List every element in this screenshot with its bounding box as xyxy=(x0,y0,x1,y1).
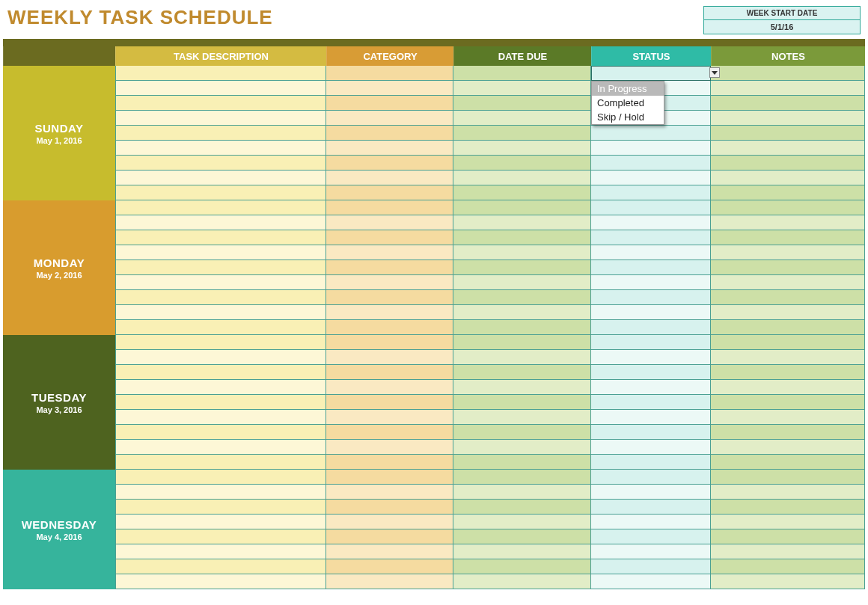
notes-cell[interactable] xyxy=(711,66,865,81)
stat-cell[interactable] xyxy=(591,529,711,544)
notes-cell[interactable] xyxy=(711,350,865,365)
due-cell[interactable] xyxy=(453,81,591,96)
due-cell[interactable] xyxy=(453,200,591,215)
cat-cell[interactable] xyxy=(326,500,453,515)
due-cell[interactable] xyxy=(453,380,591,395)
stat-cell[interactable] xyxy=(591,260,711,275)
stat-cell[interactable] xyxy=(591,230,711,245)
stat-cell[interactable] xyxy=(591,141,711,156)
notes-cell[interactable] xyxy=(711,200,865,215)
notes-cell[interactable] xyxy=(711,185,865,200)
task-cell[interactable] xyxy=(115,574,326,589)
task-cell[interactable] xyxy=(115,410,326,425)
cat-cell[interactable] xyxy=(326,141,453,156)
due-cell[interactable] xyxy=(453,529,591,544)
stat-cell[interactable] xyxy=(591,126,711,141)
cat-cell[interactable] xyxy=(326,574,453,589)
task-cell[interactable] xyxy=(115,335,326,350)
due-cell[interactable] xyxy=(453,455,591,470)
cat-cell[interactable] xyxy=(326,335,453,350)
stat-cell[interactable] xyxy=(591,500,711,515)
due-cell[interactable] xyxy=(453,574,591,589)
notes-cell[interactable] xyxy=(711,529,865,544)
stat-cell[interactable] xyxy=(591,66,711,81)
notes-cell[interactable] xyxy=(711,96,865,111)
due-cell[interactable] xyxy=(453,111,591,126)
notes-cell[interactable] xyxy=(711,230,865,245)
task-cell[interactable] xyxy=(115,230,326,245)
notes-cell[interactable] xyxy=(711,290,865,305)
task-cell[interactable] xyxy=(115,290,326,305)
week-start-value[interactable]: 5/1/16 xyxy=(704,20,860,34)
due-cell[interactable] xyxy=(453,335,591,350)
status-option[interactable]: Skip / Hold xyxy=(592,110,664,124)
stat-cell[interactable] xyxy=(591,380,711,395)
cat-cell[interactable] xyxy=(326,96,453,111)
notes-cell[interactable] xyxy=(711,365,865,380)
task-cell[interactable] xyxy=(115,96,326,111)
stat-cell[interactable] xyxy=(591,305,711,320)
due-cell[interactable] xyxy=(453,230,591,245)
due-cell[interactable] xyxy=(453,440,591,455)
task-cell[interactable] xyxy=(115,485,326,500)
due-cell[interactable] xyxy=(453,66,591,81)
task-cell[interactable] xyxy=(115,81,326,96)
stat-cell[interactable] xyxy=(591,275,711,290)
due-cell[interactable] xyxy=(453,515,591,529)
task-cell[interactable] xyxy=(115,126,326,141)
due-cell[interactable] xyxy=(453,470,591,485)
cat-cell[interactable] xyxy=(326,544,453,559)
task-cell[interactable] xyxy=(115,455,326,470)
cat-cell[interactable] xyxy=(326,111,453,126)
due-cell[interactable] xyxy=(453,156,591,171)
cat-cell[interactable] xyxy=(326,185,453,200)
task-cell[interactable] xyxy=(115,395,326,410)
cat-cell[interactable] xyxy=(326,156,453,171)
notes-cell[interactable] xyxy=(711,455,865,470)
task-cell[interactable] xyxy=(115,470,326,485)
cat-cell[interactable] xyxy=(326,470,453,485)
cat-cell[interactable] xyxy=(326,290,453,305)
status-option[interactable]: In Progress xyxy=(592,82,664,96)
notes-cell[interactable] xyxy=(711,574,865,589)
cat-cell[interactable] xyxy=(326,440,453,455)
task-cell[interactable] xyxy=(115,320,326,335)
due-cell[interactable] xyxy=(453,275,591,290)
dropdown-button[interactable] xyxy=(709,67,720,78)
cat-cell[interactable] xyxy=(326,305,453,320)
cat-cell[interactable] xyxy=(326,275,453,290)
due-cell[interactable] xyxy=(453,425,591,440)
cat-cell[interactable] xyxy=(326,320,453,335)
status-option[interactable]: Completed xyxy=(592,96,664,110)
due-cell[interactable] xyxy=(453,485,591,500)
task-cell[interactable] xyxy=(115,141,326,156)
cat-cell[interactable] xyxy=(326,455,453,470)
due-cell[interactable] xyxy=(453,171,591,185)
cat-cell[interactable] xyxy=(326,260,453,275)
notes-cell[interactable] xyxy=(711,425,865,440)
task-cell[interactable] xyxy=(115,380,326,395)
notes-cell[interactable] xyxy=(711,81,865,96)
task-cell[interactable] xyxy=(115,559,326,574)
stat-cell[interactable] xyxy=(591,290,711,305)
due-cell[interactable] xyxy=(453,185,591,200)
notes-cell[interactable] xyxy=(711,440,865,455)
notes-cell[interactable] xyxy=(711,171,865,185)
notes-cell[interactable] xyxy=(711,215,865,230)
cat-cell[interactable] xyxy=(326,485,453,500)
notes-cell[interactable] xyxy=(711,395,865,410)
notes-cell[interactable] xyxy=(711,485,865,500)
stat-cell[interactable] xyxy=(591,350,711,365)
task-cell[interactable] xyxy=(115,529,326,544)
task-cell[interactable] xyxy=(115,350,326,365)
task-cell[interactable] xyxy=(115,66,326,81)
notes-cell[interactable] xyxy=(711,111,865,126)
stat-cell[interactable] xyxy=(591,156,711,171)
stat-cell[interactable] xyxy=(591,544,711,559)
task-cell[interactable] xyxy=(115,260,326,275)
task-cell[interactable] xyxy=(115,425,326,440)
task-cell[interactable] xyxy=(115,544,326,559)
stat-cell[interactable] xyxy=(591,559,711,574)
due-cell[interactable] xyxy=(453,544,591,559)
task-cell[interactable] xyxy=(115,245,326,260)
